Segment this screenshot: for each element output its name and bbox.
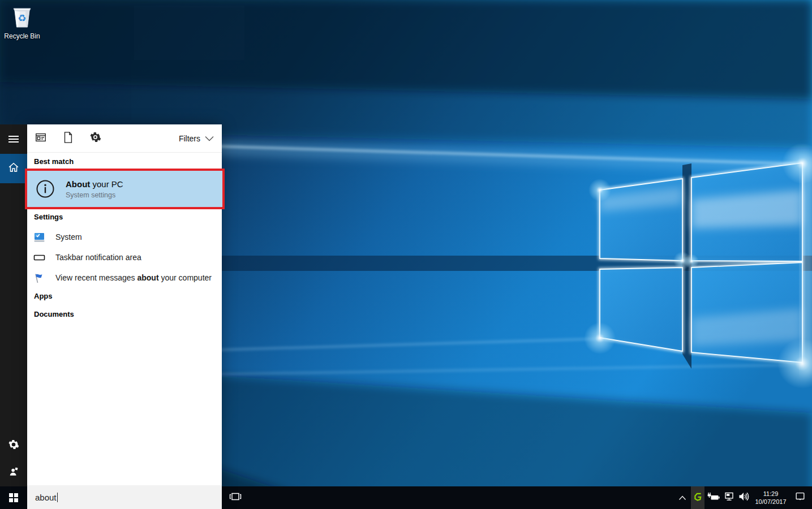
- tray-overflow-button[interactable]: [675, 486, 690, 509]
- action-center-button[interactable]: [790, 486, 810, 509]
- user-icon: [8, 466, 19, 480]
- hamburger-icon: [8, 134, 19, 144]
- task-view-icon: [229, 491, 242, 504]
- gear-icon: [89, 131, 101, 145]
- start-search-panel: Filters Best match: [27, 124, 222, 509]
- clock-date: 10/07/2017: [751, 498, 790, 506]
- gear-icon: [8, 439, 19, 452]
- svg-text:♻: ♻: [18, 12, 26, 24]
- result-system[interactable]: System: [27, 228, 222, 245]
- search-input-value: about: [35, 493, 57, 502]
- power-tray-button[interactable]: [706, 486, 721, 509]
- expand-menu-button[interactable]: [0, 126, 27, 153]
- rail-item-settings[interactable]: [0, 432, 27, 459]
- recycle-bin-desktop-icon[interactable]: ♻ Recycle Bin: [3, 3, 41, 40]
- rail-item-home[interactable]: [0, 154, 27, 183]
- start-button[interactable]: [0, 486, 27, 509]
- search-input[interactable]: about: [27, 485, 222, 509]
- search-results-list: Best match About your PC System settings: [27, 153, 222, 485]
- documents-section-header: Documents: [34, 310, 74, 319]
- best-match-header: Best match: [34, 157, 74, 166]
- result-about-your-pc[interactable]: About your PC System settings: [27, 171, 222, 207]
- result-view-recent-messages[interactable]: View recent messages about your computer: [27, 269, 222, 286]
- apps-filter-button[interactable]: [27, 124, 54, 153]
- system-monitor-icon: [33, 231, 45, 243]
- recycle-bin-icon: ♻: [8, 3, 36, 31]
- chevron-down-icon: [205, 133, 214, 144]
- result-label: View recent messages about your computer: [55, 273, 212, 282]
- document-icon: [62, 131, 74, 146]
- info-circle-icon: [35, 179, 55, 199]
- clock[interactable]: 11:29 10/07/2017: [751, 490, 790, 506]
- annotation-red-box: About your PC System settings: [25, 169, 225, 209]
- system-tray: 11:29 10/07/2017: [675, 486, 812, 509]
- action-center-icon: [794, 491, 806, 504]
- volume-icon: [738, 491, 749, 504]
- rail-item-user[interactable]: [0, 459, 27, 486]
- settings-filter-button[interactable]: [81, 124, 109, 153]
- greenshot-tray-button[interactable]: [691, 486, 704, 509]
- clock-time: 11:29: [751, 490, 790, 498]
- settings-section-header: Settings: [34, 213, 63, 222]
- windows-logo-icon: [9, 493, 18, 502]
- documents-filter-button[interactable]: [54, 124, 81, 153]
- battery-icon: [707, 491, 720, 504]
- result-label: System: [55, 232, 82, 241]
- result-taskbar-notification-area[interactable]: Taskbar notification area: [27, 249, 222, 266]
- result-subtitle: System settings: [66, 191, 123, 199]
- result-label: Taskbar notification area: [55, 253, 141, 262]
- text-caret: [57, 493, 58, 502]
- search-filter-bar: Filters: [27, 124, 222, 153]
- flag-icon: [33, 271, 45, 284]
- network-icon: [723, 491, 735, 504]
- result-title: About your PC: [66, 179, 123, 189]
- filters-label: Filters: [179, 134, 200, 143]
- desktop: ♻ Recycle Bin: [0, 0, 812, 509]
- chevron-up-icon: [678, 493, 686, 503]
- start-menu-rail: [0, 124, 27, 486]
- network-tray-button[interactable]: [721, 486, 736, 509]
- greenshot-icon: [693, 492, 703, 504]
- apps-filter-icon: [35, 131, 47, 146]
- task-view-button[interactable]: [224, 486, 247, 509]
- taskbar-rectangle-icon: [33, 251, 45, 264]
- volume-tray-button[interactable]: [736, 486, 751, 509]
- filters-dropdown[interactable]: Filters: [179, 133, 222, 144]
- recycle-bin-label: Recycle Bin: [4, 32, 40, 40]
- home-icon: [7, 161, 20, 176]
- apps-section-header: Apps: [34, 292, 53, 301]
